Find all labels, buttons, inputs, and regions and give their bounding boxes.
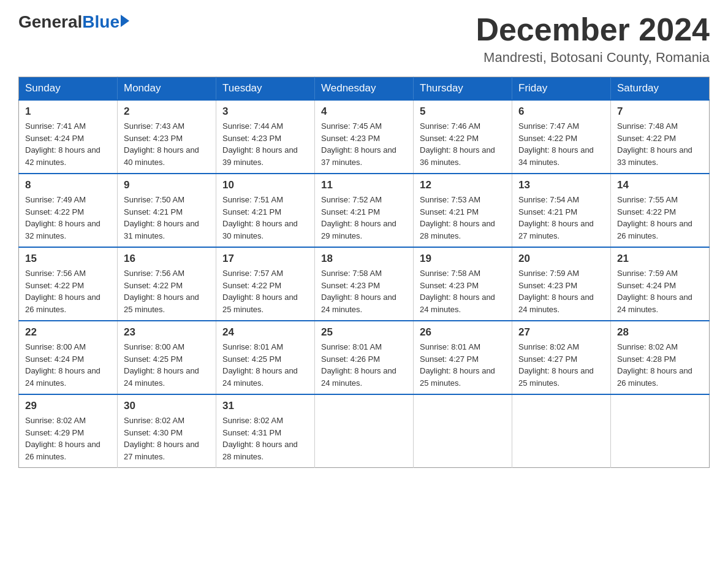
day-number: 26 bbox=[420, 326, 506, 339]
calendar-table: SundayMondayTuesdayWednesdayThursdayFrid… bbox=[18, 77, 710, 468]
day-number: 1 bbox=[25, 105, 111, 118]
day-info: Sunrise: 7:43 AMSunset: 4:23 PMDaylight:… bbox=[124, 121, 199, 167]
day-info: Sunrise: 8:01 AMSunset: 4:26 PMDaylight:… bbox=[321, 342, 396, 388]
day-number: 10 bbox=[222, 179, 308, 191]
day-info: Sunrise: 7:44 AMSunset: 4:23 PMDaylight:… bbox=[222, 121, 298, 167]
day-info: Sunrise: 8:02 AMSunset: 4:27 PMDaylight:… bbox=[518, 342, 594, 388]
calendar-cell: 24 Sunrise: 8:01 AMSunset: 4:25 PMDaylig… bbox=[216, 321, 315, 394]
day-number: 5 bbox=[420, 105, 506, 118]
day-number: 14 bbox=[617, 179, 703, 191]
header: General Blue December 2024 Mandresti, Bo… bbox=[18, 12, 710, 66]
day-number: 8 bbox=[25, 179, 111, 191]
day-info: Sunrise: 8:02 AMSunset: 4:30 PMDaylight:… bbox=[124, 416, 199, 461]
calendar-cell: 4 Sunrise: 7:45 AMSunset: 4:23 PMDayligh… bbox=[315, 100, 414, 174]
calendar-cell: 17 Sunrise: 7:57 AMSunset: 4:22 PMDaylig… bbox=[216, 247, 315, 321]
weekday-header-monday: Monday bbox=[118, 77, 216, 101]
logo-general-text: General bbox=[18, 12, 82, 32]
calendar-cell: 15 Sunrise: 7:56 AMSunset: 4:22 PMDaylig… bbox=[19, 247, 118, 321]
day-info: Sunrise: 8:01 AMSunset: 4:27 PMDaylight:… bbox=[420, 342, 495, 388]
day-number: 30 bbox=[124, 400, 210, 412]
calendar-week-row: 15 Sunrise: 7:56 AMSunset: 4:22 PMDaylig… bbox=[19, 247, 710, 321]
calendar-cell: 22 Sunrise: 8:00 AMSunset: 4:24 PMDaylig… bbox=[19, 321, 118, 394]
calendar-cell: 16 Sunrise: 7:56 AMSunset: 4:22 PMDaylig… bbox=[118, 247, 216, 321]
calendar-cell: 21 Sunrise: 7:59 AMSunset: 4:24 PMDaylig… bbox=[611, 247, 710, 321]
calendar-cell: 30 Sunrise: 8:02 AMSunset: 4:30 PMDaylig… bbox=[118, 394, 216, 468]
calendar-cell: 11 Sunrise: 7:52 AMSunset: 4:21 PMDaylig… bbox=[315, 174, 414, 247]
weekday-header-friday: Friday bbox=[512, 77, 611, 101]
day-number: 27 bbox=[518, 326, 604, 339]
day-number: 31 bbox=[222, 400, 308, 412]
day-info: Sunrise: 7:56 AMSunset: 4:22 PMDaylight:… bbox=[25, 269, 100, 314]
calendar-week-row: 1 Sunrise: 7:41 AMSunset: 4:24 PMDayligh… bbox=[19, 100, 710, 174]
calendar-cell: 10 Sunrise: 7:51 AMSunset: 4:21 PMDaylig… bbox=[216, 174, 315, 247]
day-info: Sunrise: 8:00 AMSunset: 4:25 PMDaylight:… bbox=[124, 342, 199, 388]
calendar-cell: 29 Sunrise: 8:02 AMSunset: 4:29 PMDaylig… bbox=[19, 394, 118, 468]
calendar-cell bbox=[315, 394, 414, 468]
day-number: 13 bbox=[518, 179, 604, 191]
day-number: 7 bbox=[617, 105, 703, 118]
day-number: 15 bbox=[25, 253, 111, 265]
logo: General Blue bbox=[18, 12, 129, 32]
day-info: Sunrise: 7:45 AMSunset: 4:23 PMDaylight:… bbox=[321, 121, 396, 167]
day-info: Sunrise: 8:02 AMSunset: 4:29 PMDaylight:… bbox=[25, 416, 100, 461]
logo-arrow-icon bbox=[121, 15, 129, 27]
calendar-cell: 26 Sunrise: 8:01 AMSunset: 4:27 PMDaylig… bbox=[414, 321, 512, 394]
weekday-header-wednesday: Wednesday bbox=[315, 77, 414, 101]
weekday-header-sunday: Sunday bbox=[19, 77, 118, 101]
day-number: 28 bbox=[617, 326, 703, 339]
day-number: 11 bbox=[321, 179, 407, 191]
calendar-cell: 27 Sunrise: 8:02 AMSunset: 4:27 PMDaylig… bbox=[512, 321, 611, 394]
day-info: Sunrise: 8:02 AMSunset: 4:31 PMDaylight:… bbox=[222, 416, 298, 461]
location-title: Mandresti, Botosani County, Romania bbox=[476, 50, 710, 66]
calendar-cell bbox=[611, 394, 710, 468]
weekday-header-saturday: Saturday bbox=[611, 77, 710, 101]
day-info: Sunrise: 7:58 AMSunset: 4:23 PMDaylight:… bbox=[420, 269, 495, 314]
day-info: Sunrise: 8:02 AMSunset: 4:28 PMDaylight:… bbox=[617, 342, 692, 388]
day-info: Sunrise: 7:48 AMSunset: 4:22 PMDaylight:… bbox=[617, 121, 692, 167]
day-info: Sunrise: 7:49 AMSunset: 4:22 PMDaylight:… bbox=[25, 195, 100, 240]
day-info: Sunrise: 7:41 AMSunset: 4:24 PMDaylight:… bbox=[25, 121, 100, 167]
day-info: Sunrise: 7:59 AMSunset: 4:23 PMDaylight:… bbox=[518, 269, 594, 314]
day-number: 21 bbox=[617, 253, 703, 265]
day-info: Sunrise: 7:46 AMSunset: 4:22 PMDaylight:… bbox=[420, 121, 495, 167]
calendar-cell: 25 Sunrise: 8:01 AMSunset: 4:26 PMDaylig… bbox=[315, 321, 414, 394]
day-info: Sunrise: 7:59 AMSunset: 4:24 PMDaylight:… bbox=[617, 269, 692, 314]
day-info: Sunrise: 7:50 AMSunset: 4:21 PMDaylight:… bbox=[124, 195, 199, 240]
day-number: 18 bbox=[321, 253, 407, 265]
day-info: Sunrise: 7:47 AMSunset: 4:22 PMDaylight:… bbox=[518, 121, 594, 167]
calendar-week-row: 22 Sunrise: 8:00 AMSunset: 4:24 PMDaylig… bbox=[19, 321, 710, 394]
day-info: Sunrise: 8:00 AMSunset: 4:24 PMDaylight:… bbox=[25, 342, 100, 388]
day-info: Sunrise: 7:58 AMSunset: 4:23 PMDaylight:… bbox=[321, 269, 396, 314]
calendar-cell: 23 Sunrise: 8:00 AMSunset: 4:25 PMDaylig… bbox=[118, 321, 216, 394]
day-info: Sunrise: 8:01 AMSunset: 4:25 PMDaylight:… bbox=[222, 342, 298, 388]
day-number: 17 bbox=[222, 253, 308, 265]
day-number: 23 bbox=[124, 326, 210, 339]
weekday-header-tuesday: Tuesday bbox=[216, 77, 315, 101]
calendar-cell: 14 Sunrise: 7:55 AMSunset: 4:22 PMDaylig… bbox=[611, 174, 710, 247]
calendar-header: SundayMondayTuesdayWednesdayThursdayFrid… bbox=[19, 77, 710, 101]
day-number: 4 bbox=[321, 105, 407, 118]
calendar-cell: 2 Sunrise: 7:43 AMSunset: 4:23 PMDayligh… bbox=[118, 100, 216, 174]
calendar-cell: 13 Sunrise: 7:54 AMSunset: 4:21 PMDaylig… bbox=[512, 174, 611, 247]
day-number: 12 bbox=[420, 179, 506, 191]
day-number: 25 bbox=[321, 326, 407, 339]
calendar-cell: 19 Sunrise: 7:58 AMSunset: 4:23 PMDaylig… bbox=[414, 247, 512, 321]
month-title: December 2024 bbox=[476, 12, 710, 47]
day-number: 29 bbox=[25, 400, 111, 412]
day-number: 16 bbox=[124, 253, 210, 265]
day-info: Sunrise: 7:53 AMSunset: 4:21 PMDaylight:… bbox=[420, 195, 495, 240]
day-info: Sunrise: 7:56 AMSunset: 4:22 PMDaylight:… bbox=[124, 269, 199, 314]
calendar-cell: 9 Sunrise: 7:50 AMSunset: 4:21 PMDayligh… bbox=[118, 174, 216, 247]
calendar-cell: 6 Sunrise: 7:47 AMSunset: 4:22 PMDayligh… bbox=[512, 100, 611, 174]
day-info: Sunrise: 7:52 AMSunset: 4:21 PMDaylight:… bbox=[321, 195, 396, 240]
calendar-week-row: 29 Sunrise: 8:02 AMSunset: 4:29 PMDaylig… bbox=[19, 394, 710, 468]
day-number: 19 bbox=[420, 253, 506, 265]
calendar-cell: 20 Sunrise: 7:59 AMSunset: 4:23 PMDaylig… bbox=[512, 247, 611, 321]
day-info: Sunrise: 7:54 AMSunset: 4:21 PMDaylight:… bbox=[518, 195, 594, 240]
day-info: Sunrise: 7:51 AMSunset: 4:21 PMDaylight:… bbox=[222, 195, 298, 240]
calendar-cell: 5 Sunrise: 7:46 AMSunset: 4:22 PMDayligh… bbox=[414, 100, 512, 174]
weekday-header-thursday: Thursday bbox=[414, 77, 512, 101]
day-number: 9 bbox=[124, 179, 210, 191]
calendar-cell: 1 Sunrise: 7:41 AMSunset: 4:24 PMDayligh… bbox=[19, 100, 118, 174]
calendar-cell: 12 Sunrise: 7:53 AMSunset: 4:21 PMDaylig… bbox=[414, 174, 512, 247]
